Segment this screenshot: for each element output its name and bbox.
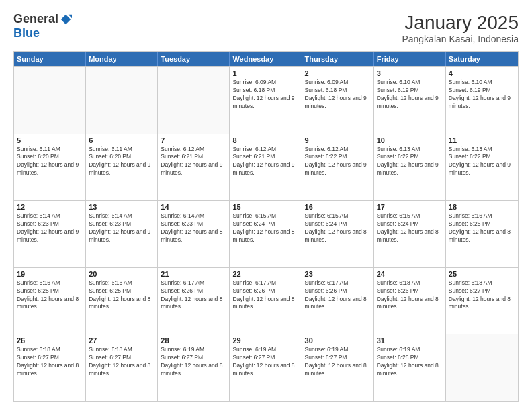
day-info: Sunrise: 6:09 AMSunset: 6:18 PMDaylight:… xyxy=(232,79,298,111)
day-number: 30 xyxy=(305,336,371,345)
day-number: 22 xyxy=(232,270,298,278)
calendar-week-row: 26Sunrise: 6:18 AMSunset: 6:27 PMDayligh… xyxy=(14,334,518,401)
calendar-cell: 21Sunrise: 6:17 AMSunset: 6:26 PMDayligh… xyxy=(158,268,230,334)
header: General Blue January 2025 Pangkalan Kasa… xyxy=(13,12,519,44)
day-number: 26 xyxy=(17,336,83,345)
calendar-cell: 24Sunrise: 6:18 AMSunset: 6:26 PMDayligh… xyxy=(374,268,446,334)
day-info: Sunrise: 6:14 AMSunset: 6:23 PMDaylight:… xyxy=(161,212,226,244)
calendar-cell xyxy=(446,334,518,401)
calendar-cell: 29Sunrise: 6:19 AMSunset: 6:27 PMDayligh… xyxy=(230,334,302,401)
calendar-cell xyxy=(14,67,86,134)
calendar-cell: 4Sunrise: 6:10 AMSunset: 6:19 PMDaylight… xyxy=(446,67,518,134)
day-info: Sunrise: 6:09 AMSunset: 6:18 PMDaylight:… xyxy=(305,79,371,111)
day-info: Sunrise: 6:12 AMSunset: 6:21 PMDaylight:… xyxy=(161,146,226,178)
calendar-cell xyxy=(86,67,158,134)
calendar-cell: 17Sunrise: 6:15 AMSunset: 6:24 PMDayligh… xyxy=(374,201,446,267)
day-number: 3 xyxy=(377,69,443,77)
day-info: Sunrise: 6:16 AMSunset: 6:25 PMDaylight:… xyxy=(449,212,515,244)
day-info: Sunrise: 6:10 AMSunset: 6:19 PMDaylight:… xyxy=(377,79,443,111)
calendar-cell: 20Sunrise: 6:16 AMSunset: 6:25 PMDayligh… xyxy=(86,268,158,334)
day-info: Sunrise: 6:17 AMSunset: 6:26 PMDaylight:… xyxy=(232,279,298,312)
day-number: 21 xyxy=(161,270,226,278)
day-number: 4 xyxy=(449,69,515,77)
day-number: 24 xyxy=(377,270,443,278)
calendar-cell: 25Sunrise: 6:18 AMSunset: 6:27 PMDayligh… xyxy=(446,268,518,334)
calendar-week-row: 19Sunrise: 6:16 AMSunset: 6:25 PMDayligh… xyxy=(14,267,518,334)
day-info: Sunrise: 6:18 AMSunset: 6:27 PMDaylight:… xyxy=(449,279,515,312)
calendar-header-cell: Thursday xyxy=(302,52,374,66)
calendar-cell xyxy=(158,67,230,134)
calendar-cell: 11Sunrise: 6:13 AMSunset: 6:22 PMDayligh… xyxy=(446,134,518,201)
day-number: 29 xyxy=(232,336,298,345)
calendar-cell: 6Sunrise: 6:11 AMSunset: 6:20 PMDaylight… xyxy=(86,134,158,201)
day-number: 10 xyxy=(377,136,443,144)
day-number: 19 xyxy=(17,270,83,278)
day-info: Sunrise: 6:11 AMSunset: 6:20 PMDaylight:… xyxy=(17,146,83,178)
day-number: 15 xyxy=(232,203,298,211)
calendar-cell: 7Sunrise: 6:12 AMSunset: 6:21 PMDaylight… xyxy=(158,134,230,201)
day-number: 16 xyxy=(305,203,371,211)
calendar-cell: 3Sunrise: 6:10 AMSunset: 6:19 PMDaylight… xyxy=(374,67,446,134)
day-info: Sunrise: 6:12 AMSunset: 6:22 PMDaylight:… xyxy=(305,146,371,178)
calendar-cell: 2Sunrise: 6:09 AMSunset: 6:18 PMDaylight… xyxy=(302,67,374,134)
day-number: 31 xyxy=(377,336,443,345)
day-number: 2 xyxy=(305,69,371,77)
day-info: Sunrise: 6:19 AMSunset: 6:27 PMDaylight:… xyxy=(161,346,226,378)
day-info: Sunrise: 6:15 AMSunset: 6:24 PMDaylight:… xyxy=(305,212,371,244)
day-info: Sunrise: 6:13 AMSunset: 6:22 PMDaylight:… xyxy=(377,146,443,178)
calendar-cell: 26Sunrise: 6:18 AMSunset: 6:27 PMDayligh… xyxy=(14,334,86,401)
calendar-cell: 1Sunrise: 6:09 AMSunset: 6:18 PMDaylight… xyxy=(230,67,302,134)
day-info: Sunrise: 6:18 AMSunset: 6:27 PMDaylight:… xyxy=(17,346,83,378)
day-number: 17 xyxy=(377,203,443,211)
day-info: Sunrise: 6:14 AMSunset: 6:23 PMDaylight:… xyxy=(89,212,154,244)
calendar-cell: 9Sunrise: 6:12 AMSunset: 6:22 PMDaylight… xyxy=(302,134,374,201)
calendar-cell: 27Sunrise: 6:18 AMSunset: 6:27 PMDayligh… xyxy=(86,334,158,401)
logo: General Blue xyxy=(13,12,72,40)
day-number: 6 xyxy=(89,136,154,144)
location: Pangkalan Kasai, Indonesia xyxy=(402,34,519,44)
calendar-header-cell: Tuesday xyxy=(158,52,230,66)
day-info: Sunrise: 6:18 AMSunset: 6:26 PMDaylight:… xyxy=(377,279,443,312)
day-number: 14 xyxy=(161,203,226,211)
day-number: 28 xyxy=(161,336,226,345)
calendar-week-row: 5Sunrise: 6:11 AMSunset: 6:20 PMDaylight… xyxy=(14,134,518,201)
day-info: Sunrise: 6:11 AMSunset: 6:20 PMDaylight:… xyxy=(89,146,154,178)
day-info: Sunrise: 6:16 AMSunset: 6:25 PMDaylight:… xyxy=(89,279,154,312)
calendar-header-cell: Wednesday xyxy=(230,52,302,66)
page: General Blue January 2025 Pangkalan Kasa… xyxy=(0,0,532,411)
logo-blue: Blue xyxy=(13,26,40,40)
calendar-cell: 30Sunrise: 6:19 AMSunset: 6:27 PMDayligh… xyxy=(302,334,374,401)
day-number: 25 xyxy=(449,270,515,278)
day-info: Sunrise: 6:13 AMSunset: 6:22 PMDaylight:… xyxy=(449,146,515,178)
calendar-body: 1Sunrise: 6:09 AMSunset: 6:18 PMDaylight… xyxy=(14,66,518,401)
day-number: 11 xyxy=(449,136,515,144)
calendar-cell: 16Sunrise: 6:15 AMSunset: 6:24 PMDayligh… xyxy=(302,201,374,267)
day-info: Sunrise: 6:18 AMSunset: 6:27 PMDaylight:… xyxy=(89,346,154,378)
day-info: Sunrise: 6:16 AMSunset: 6:25 PMDaylight:… xyxy=(17,279,83,312)
day-info: Sunrise: 6:15 AMSunset: 6:24 PMDaylight:… xyxy=(232,212,298,244)
calendar-header-row: SundayMondayTuesdayWednesdayThursdayFrid… xyxy=(14,52,518,66)
day-number: 23 xyxy=(305,270,371,278)
day-number: 1 xyxy=(232,69,298,77)
day-info: Sunrise: 6:15 AMSunset: 6:24 PMDaylight:… xyxy=(377,212,443,244)
calendar-cell: 31Sunrise: 6:19 AMSunset: 6:28 PMDayligh… xyxy=(374,334,446,401)
day-info: Sunrise: 6:19 AMSunset: 6:27 PMDaylight:… xyxy=(305,346,371,378)
calendar-cell: 28Sunrise: 6:19 AMSunset: 6:27 PMDayligh… xyxy=(158,334,230,401)
day-number: 18 xyxy=(449,203,515,211)
calendar: SundayMondayTuesdayWednesdayThursdayFrid… xyxy=(13,51,519,402)
day-info: Sunrise: 6:14 AMSunset: 6:23 PMDaylight:… xyxy=(17,212,83,244)
day-info: Sunrise: 6:19 AMSunset: 6:28 PMDaylight:… xyxy=(377,346,443,378)
day-number: 8 xyxy=(232,136,298,144)
calendar-cell: 8Sunrise: 6:12 AMSunset: 6:21 PMDaylight… xyxy=(230,134,302,201)
calendar-cell: 10Sunrise: 6:13 AMSunset: 6:22 PMDayligh… xyxy=(374,134,446,201)
calendar-header-cell: Monday xyxy=(86,52,158,66)
title-block: January 2025 Pangkalan Kasai, Indonesia xyxy=(402,12,519,44)
calendar-cell: 14Sunrise: 6:14 AMSunset: 6:23 PMDayligh… xyxy=(158,201,230,267)
svg-marker-0 xyxy=(61,14,71,24)
calendar-header-cell: Saturday xyxy=(446,52,518,66)
logo-icon xyxy=(60,13,72,26)
day-info: Sunrise: 6:19 AMSunset: 6:27 PMDaylight:… xyxy=(232,346,298,378)
day-number: 13 xyxy=(89,203,154,211)
day-number: 5 xyxy=(17,136,83,144)
day-info: Sunrise: 6:17 AMSunset: 6:26 PMDaylight:… xyxy=(161,279,226,312)
